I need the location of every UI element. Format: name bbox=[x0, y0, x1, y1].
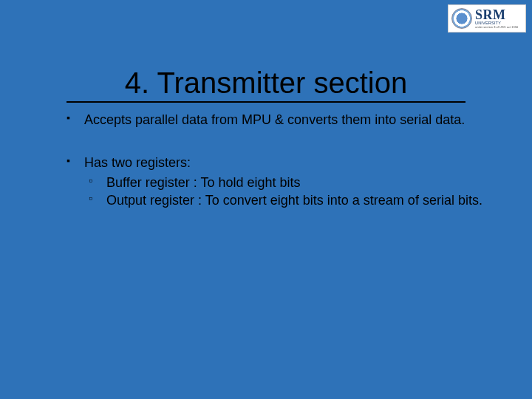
sub-bullet-text: Output register : To convert eight bits … bbox=[106, 193, 482, 208]
sub-bullet-text: Buffer register : To hold eight bits bbox=[106, 175, 301, 190]
sub-bullet-item: Output register : To convert eight bits … bbox=[89, 191, 502, 209]
bullet-text: Has two registers: bbox=[84, 155, 191, 170]
logo-tag: under section 3 of UGC act 1956 bbox=[475, 26, 518, 29]
university-logo: SRM UNIVERSITY under section 3 of UGC ac… bbox=[448, 4, 526, 33]
slide-content: Accepts parallel data from MPU & convert… bbox=[66, 111, 502, 234]
logo-seal-icon bbox=[451, 8, 472, 29]
logo-main: SRM bbox=[475, 8, 518, 21]
bullet-item: Has two registers: Buffer register : To … bbox=[66, 154, 502, 209]
slide-title: 4. Transmitter section bbox=[0, 66, 532, 103]
bullet-text: Accepts parallel data from MPU & convert… bbox=[84, 112, 465, 127]
sub-bullet-item: Buffer register : To hold eight bits bbox=[89, 174, 502, 191]
bullet-item: Accepts parallel data from MPU & convert… bbox=[66, 111, 502, 129]
logo-text: SRM UNIVERSITY under section 3 of UGC ac… bbox=[475, 8, 518, 29]
